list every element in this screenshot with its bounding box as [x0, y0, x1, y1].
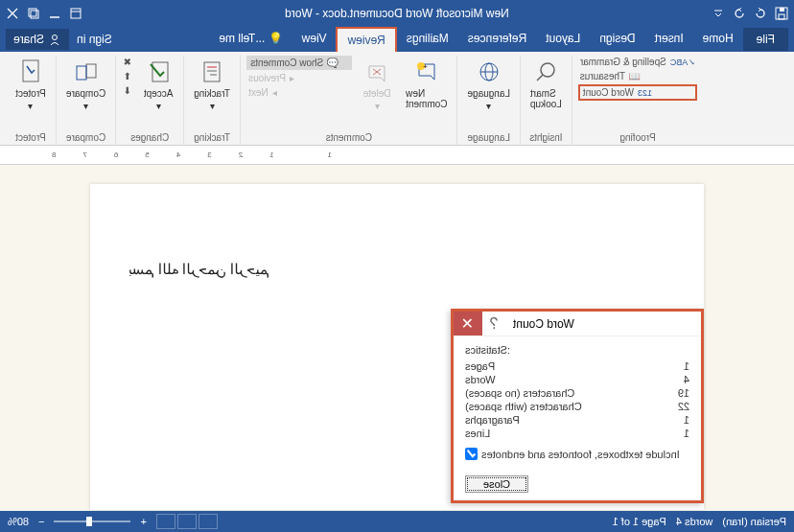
show-comments-label: Show Comments [250, 58, 323, 68]
tab-insert[interactable]: Insert [645, 27, 693, 52]
svg-text:+: + [422, 62, 427, 71]
group-insights: Smart Lookup Insights [521, 56, 572, 145]
delete-comment-button[interactable]: Delete ▾ [358, 56, 396, 113]
dialog-footer: Close [454, 468, 701, 500]
word-count-dialog: ✕ ? Word Count Statistics: Pages 1 Words… [451, 309, 704, 503]
tab-references[interactable]: References [458, 27, 536, 52]
chevron-down-icon: ▾ [210, 101, 215, 111]
protect-button-label: Protect [15, 88, 46, 99]
group-comments: Show Comments 💬 Previous ◂ Next ▸ Delete… [241, 56, 457, 145]
zoom-slider[interactable] [54, 520, 130, 522]
stat-value: 22 [678, 401, 689, 412]
stat-row-lines: Lines 1 [465, 427, 689, 440]
help-icon: ? [490, 315, 499, 332]
svg-line-24 [537, 75, 543, 81]
previous-comment-button[interactable]: Previous ◂ [246, 72, 352, 84]
tab-layout[interactable]: Layout [536, 27, 590, 52]
tab-tellme[interactable]: Tell me... 💡 [209, 27, 292, 52]
status-words[interactable]: 4 words [676, 516, 713, 527]
tracking-icon [198, 58, 226, 86]
tab-mailings[interactable]: Mailings [397, 27, 458, 52]
tracking-button[interactable]: Tracking ▾ [190, 56, 234, 113]
reject-button[interactable]: ✖ [122, 56, 133, 68]
group-insights-label: Insights [529, 132, 562, 145]
next-comment-button[interactable]: Next ▸ [246, 86, 352, 99]
minimize-icon[interactable] [48, 7, 61, 20]
stat-row-chars-ns: Characters (no spaces) 19 [465, 386, 689, 400]
ruler: 876543211 [0, 146, 794, 165]
next-icon: ▸ [272, 87, 277, 98]
title-bar: New Microsoft Word Document.docx - Word [0, 0, 794, 27]
close-icon[interactable] [6, 7, 19, 20]
zoom-level[interactable]: 80% [8, 516, 29, 527]
dialog-help-button[interactable]: ? [482, 315, 505, 333]
stat-label: Characters (with spaces) [465, 401, 582, 412]
language-button[interactable]: Language ▾ [463, 56, 514, 113]
status-page[interactable]: Page 1 of 1 [613, 516, 666, 527]
accept-button[interactable]: Accept ▾ [139, 56, 177, 113]
view-web-button[interactable] [198, 514, 218, 529]
group-language-label: Language [467, 132, 510, 145]
new-comment-button[interactable]: + New Comment [402, 56, 451, 111]
comment-icon: 💬 [327, 58, 339, 68]
accept-button-label: Accept [144, 88, 174, 99]
zoom-out-button[interactable]: − [38, 516, 44, 527]
compare-button[interactable]: Compare ▾ [62, 56, 109, 113]
tab-home[interactable]: Home [693, 27, 743, 52]
include-checkbox-label: Include textboxes, footnotes and endnote… [481, 449, 680, 460]
tab-view[interactable]: View [292, 27, 337, 52]
thesaurus-button[interactable]: Thesaurus 📖 [578, 70, 698, 82]
status-bar: 80% − + Page 1 of 1 4 words Persian (Ira… [0, 511, 794, 532]
smart-lookup-button[interactable]: Smart Lookup [526, 56, 566, 111]
zoom-in-button[interactable]: + [140, 516, 146, 527]
abc-check-icon: ABC✓ [670, 58, 696, 67]
group-changes: ✖ ⬆ ⬇ Accept ▾ Changes [116, 56, 184, 145]
show-comments-button[interactable]: Show Comments 💬 [246, 56, 352, 70]
thesaurus-label: Thesaurus [580, 71, 625, 81]
tab-design[interactable]: Design [590, 27, 644, 52]
document-page[interactable]: بسم الله الرحمن الرحیم ✕ ? Word Count St… [90, 184, 704, 510]
dialog-close-button[interactable]: ✕ [454, 312, 482, 335]
stat-value: 1 [684, 360, 689, 372]
stat-value: 4 [684, 374, 689, 385]
options-icon[interactable] [69, 7, 82, 20]
spelling-button[interactable]: Spelling & Grammar ABC✓ [578, 56, 698, 68]
next-change-button[interactable]: ⬇ [122, 84, 133, 97]
svg-rect-0 [31, 11, 38, 18]
ribbon: Protect ▾ Protect Compare ▾ Compare ✖ ⬆ … [0, 52, 794, 146]
svg-rect-12 [77, 66, 86, 80]
magnifier-icon [531, 58, 560, 86]
previous-icon: ◂ [290, 73, 294, 83]
undo-icon[interactable] [754, 7, 767, 20]
view-read-button[interactable] [156, 514, 175, 529]
group-comments-label: Comments [326, 132, 372, 145]
qat-dropdown-icon[interactable] [712, 7, 725, 20]
file-tab[interactable]: File [743, 28, 788, 51]
status-lang[interactable]: Persian (Iran) [722, 516, 786, 527]
share-button[interactable]: Share [6, 29, 69, 50]
menu-bar: Share Sign in Tell me... 💡 View Review M… [0, 27, 794, 52]
sign-in-link[interactable]: Sign in [69, 29, 120, 50]
svg-rect-11 [86, 64, 96, 78]
tab-review[interactable]: Review [336, 27, 396, 52]
save-icon[interactable] [775, 7, 788, 20]
include-checkbox[interactable] [465, 448, 478, 460]
stat-row-paragraphs: Paragraphs 1 [465, 413, 689, 427]
tellme-label: Tell me... [219, 32, 265, 45]
restore-icon[interactable] [27, 7, 40, 20]
shield-icon [16, 58, 45, 86]
spelling-label: Spelling & Grammar [580, 57, 666, 67]
redo-icon[interactable] [733, 7, 746, 20]
compare-button-label: Compare [66, 88, 105, 99]
dialog-close-btn[interactable]: Close [465, 475, 528, 493]
svg-rect-13 [152, 62, 168, 81]
group-tracking: Tracking ▾ Tracking [184, 56, 241, 145]
stat-value: 19 [678, 387, 689, 399]
prev-change-button[interactable]: ⬆ [122, 70, 133, 82]
word-count-button[interactable]: Word Count 123 [578, 84, 698, 101]
document-text: بسم الله الرحمن الرحیم [128, 261, 666, 278]
zoom-thumb[interactable] [86, 517, 92, 526]
view-print-button[interactable] [177, 514, 197, 529]
stat-row-pages: Pages 1 [465, 359, 689, 373]
protect-button[interactable]: Protect ▾ [12, 56, 50, 113]
